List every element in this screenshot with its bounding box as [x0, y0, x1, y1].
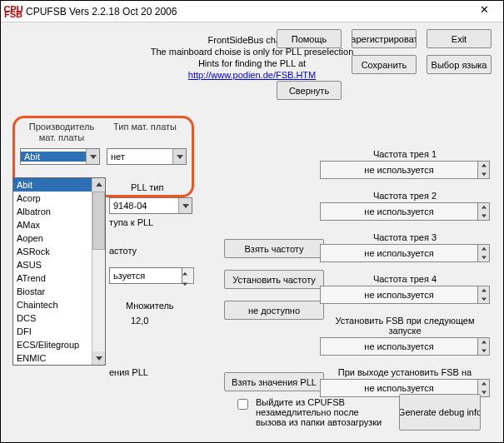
- tray-title: Частота трея 3: [320, 232, 490, 242]
- scroll-up-icon[interactable]: [92, 178, 105, 192]
- tray-value: не используется: [321, 207, 477, 217]
- dropdown-item[interactable]: DCS: [13, 311, 92, 325]
- boardtype-value: нет: [107, 152, 172, 162]
- help-button[interactable]: Помощь: [277, 29, 342, 48]
- tray-spinner[interactable]: не используется: [320, 161, 490, 179]
- tray-title: Частота трея 2: [320, 191, 490, 201]
- dropdown-item[interactable]: Albatron: [13, 205, 92, 218]
- spin-up-icon[interactable]: [478, 338, 489, 346]
- spin-up-icon[interactable]: [182, 268, 193, 278]
- svg-marker-0: [90, 155, 97, 159]
- manufacturer-dropdown[interactable]: AbitAcorpAlbatronAMaxAopenASRockASUSATre…: [12, 177, 106, 366]
- scroll-thumb[interactable]: [92, 192, 105, 250]
- svg-marker-14: [482, 298, 487, 301]
- tray-spinner[interactable]: не используется: [320, 286, 490, 304]
- tray-title: Установить FSB при следующем запуске: [320, 316, 490, 336]
- tray-value: не используется: [321, 248, 477, 258]
- current-freq-combo[interactable]: ьзуется: [109, 267, 182, 284]
- dropdown-item[interactable]: Acorp: [13, 192, 92, 205]
- pll-values-cut: ения PLL: [109, 367, 148, 377]
- pll-type-value: 9148-04: [110, 201, 178, 211]
- dropdown-item[interactable]: Aopen: [13, 231, 92, 245]
- dropdown-item[interactable]: AMax: [13, 218, 92, 231]
- svg-marker-2: [96, 182, 102, 187]
- get-pll-values-button[interactable]: Взять значения PLL: [224, 372, 324, 391]
- manufacturer-combo[interactable]: Abit: [20, 148, 100, 165]
- svg-marker-16: [482, 350, 487, 353]
- spin-up-icon[interactable]: [478, 245, 489, 253]
- svg-marker-3: [96, 356, 102, 361]
- spin-down-icon[interactable]: [478, 253, 489, 261]
- multiplier-label: Множитель: [126, 301, 174, 311]
- save-button[interactable]: Сохранить: [352, 55, 417, 74]
- tray-value: не используется: [321, 383, 477, 393]
- set-frequency-button[interactable]: Установить частоту: [224, 270, 324, 289]
- dropdown-item[interactable]: Abit: [13, 178, 92, 192]
- exit-button[interactable]: Exit: [427, 29, 492, 48]
- exit-after-autostart-checkbox[interactable]: Выйдите из CPUFSB незамедлительно после …: [234, 397, 384, 427]
- spin-down-icon[interactable]: [478, 295, 489, 303]
- manufacturer-value: Abit: [21, 152, 86, 162]
- pll-access-cut: тупа к PLL: [109, 217, 153, 227]
- svg-marker-7: [482, 164, 487, 167]
- spin-down-icon[interactable]: [478, 346, 489, 355]
- dropdown-item[interactable]: DFI: [13, 325, 92, 338]
- exit-after-autostart-label: Выйдите из CPUFSB незамедлительно после …: [256, 397, 384, 427]
- spin-up-icon[interactable]: [478, 380, 489, 388]
- dropdown-item[interactable]: ASRock: [13, 245, 92, 258]
- dropdown-item[interactable]: Biostar: [13, 285, 92, 298]
- language-button[interactable]: Выбор языка: [427, 55, 492, 74]
- svg-marker-8: [482, 173, 487, 177]
- close-icon[interactable]: ✕: [470, 3, 498, 20]
- tray-spinner[interactable]: не используется: [320, 202, 490, 221]
- scrollbar[interactable]: [92, 178, 105, 365]
- tray-spinner[interactable]: не используется: [320, 337, 490, 356]
- manufacturer-label: Производитель мат. платы: [20, 122, 103, 143]
- titlebar: CPUFSB CPUFSB Vers 2.2.18 Oct 20 2006 ✕: [1, 1, 503, 22]
- dropdown-item[interactable]: ASUS: [13, 258, 92, 271]
- boardtype-label: Тип мат. платы: [103, 122, 187, 143]
- register-button[interactable]: Зарегистрировать: [352, 29, 417, 48]
- get-frequency-button[interactable]: Взять частоту: [224, 239, 324, 258]
- chevron-down-icon[interactable]: [178, 198, 192, 213]
- tray-value: не используется: [321, 341, 477, 351]
- spin-up-icon[interactable]: [478, 286, 489, 295]
- spin-down-icon[interactable]: [182, 278, 193, 288]
- svg-marker-5: [182, 272, 187, 276]
- tray-value: не используется: [321, 165, 477, 175]
- svg-marker-1: [177, 155, 183, 159]
- chevron-down-icon[interactable]: [172, 149, 186, 164]
- generate-debug-info-button[interactable]: Generate debug info: [399, 394, 481, 431]
- svg-marker-15: [482, 341, 487, 344]
- dropdown-item[interactable]: ATrend: [13, 271, 92, 285]
- freq-cut: астоту: [109, 246, 137, 256]
- current-freq-value: ьзуется: [110, 271, 182, 281]
- svg-marker-10: [482, 215, 487, 218]
- minimize-button[interactable]: Свернуть: [277, 81, 342, 100]
- window-title: CPUFSB Vers 2.2.18 Oct 20 2006: [26, 6, 470, 17]
- not-available-button[interactable]: не доступно: [224, 301, 324, 320]
- dropdown-item[interactable]: ENMIC: [13, 351, 92, 365]
- svg-marker-11: [482, 247, 487, 251]
- spin-up-icon[interactable]: [478, 203, 489, 212]
- pll-type-combo[interactable]: 9148-04: [109, 197, 192, 214]
- chevron-down-icon[interactable]: [86, 149, 99, 164]
- tray-spinner[interactable]: не используется: [320, 244, 490, 262]
- scroll-down-icon[interactable]: [92, 351, 105, 365]
- pll-type-label: PLL тип: [131, 182, 163, 192]
- spin-down-icon[interactable]: [478, 170, 489, 178]
- tray-title: При выходе установить FSB на: [320, 367, 490, 377]
- boardtype-combo[interactable]: нет: [107, 148, 187, 165]
- app-icon: CPUFSB: [6, 4, 21, 19]
- checkbox-input[interactable]: [237, 399, 248, 410]
- dropdown-item[interactable]: Chaintech: [13, 298, 92, 311]
- tray-title: Частота трея 1: [320, 149, 490, 159]
- spin-down-icon[interactable]: [478, 212, 489, 220]
- dropdown-item[interactable]: EPOX: [13, 365, 92, 366]
- tray-value: не используется: [321, 290, 477, 300]
- spin-up-icon[interactable]: [478, 162, 489, 170]
- svg-marker-12: [482, 256, 487, 260]
- dropdown-item[interactable]: ECS/Elitegroup: [13, 338, 92, 351]
- multiplier-value: 12,0: [131, 316, 148, 326]
- svg-marker-4: [182, 204, 189, 208]
